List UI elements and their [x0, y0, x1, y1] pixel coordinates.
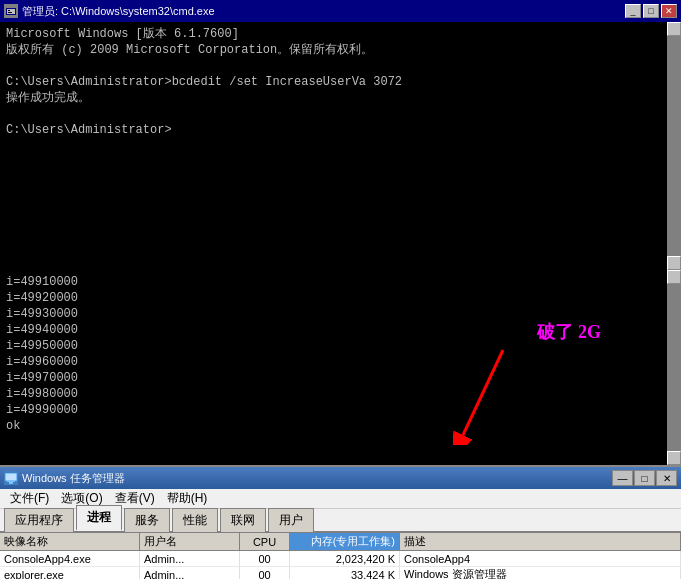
output-line-8: i=49980000: [6, 386, 675, 402]
tab-applications[interactable]: 应用程序: [4, 508, 74, 532]
svg-rect-4: [8, 12, 12, 13]
tab-network[interactable]: 联网: [220, 508, 266, 532]
taskmgr-process-table: 映像名称 用户名 CPU 内存(专用工作集) 描述 ConsoleApp4.ex…: [0, 533, 681, 579]
cmd-line-3: [6, 58, 675, 74]
red-arrow-icon: [453, 345, 513, 449]
taskmgr-icon: [4, 471, 18, 485]
cmd-scrollbar[interactable]: ▲ ▼: [667, 22, 681, 270]
output-scrollbar[interactable]: ▲ ▼: [667, 270, 681, 465]
process-mem-2: 33,424 K: [290, 567, 400, 579]
cmd-line-4: C:\Users\Administrator>bcdedit /set Incr…: [6, 74, 675, 90]
cmd-minimize-button[interactable]: _: [625, 4, 641, 18]
svg-rect-3: [8, 10, 10, 11]
table-header: 映像名称 用户名 CPU 内存(专用工作集) 描述: [0, 533, 681, 551]
col-header-memory[interactable]: 内存(专用工作集): [290, 533, 400, 550]
svg-rect-9: [6, 474, 16, 480]
cmd-line-1: Microsoft Windows [版本 6.1.7600]: [6, 26, 675, 42]
menu-help[interactable]: 帮助(H): [161, 489, 214, 508]
cmd-line-5: 操作成功完成。: [6, 90, 675, 106]
process-name-2: explorer.exe: [0, 567, 140, 579]
process-desc-1: ConsoleApp4: [400, 551, 681, 566]
cmd-close-button[interactable]: ✕: [661, 4, 677, 18]
tab-users[interactable]: 用户: [268, 508, 314, 532]
scroll-track[interactable]: [667, 36, 681, 256]
col-header-user[interactable]: 用户名: [140, 533, 240, 550]
scroll-up-arrow[interactable]: ▲: [667, 22, 681, 36]
tab-services[interactable]: 服务: [124, 508, 170, 532]
output-line-7: i=49970000: [6, 370, 675, 386]
output-line-ok: ok: [6, 418, 675, 434]
output-scroll-track[interactable]: [667, 284, 681, 451]
taskmgr-close-button[interactable]: ✕: [656, 470, 677, 486]
cmd-line-2: 版权所有 (c) 2009 Microsoft Corporation。保留所有…: [6, 42, 675, 58]
cmd-content: Microsoft Windows [版本 6.1.7600] 版权所有 (c)…: [0, 22, 681, 270]
output-scroll-up[interactable]: ▲: [667, 270, 681, 284]
cmd-window: 管理员: C:\Windows\system32\cmd.exe _ □ ✕ M…: [0, 0, 681, 270]
process-cpu-2: 00: [240, 567, 290, 579]
taskmgr-titlebar: Windows 任务管理器 — □ ✕: [0, 467, 681, 489]
taskmgr-minimize-button[interactable]: —: [612, 470, 633, 486]
taskmgr-buttons: — □ ✕: [612, 470, 677, 486]
taskmgr-title: Windows 任务管理器: [22, 471, 125, 486]
cmd-output-window: i=49910000 i=49920000 i=49930000 i=49940…: [0, 270, 681, 465]
taskmgr-titlebar-left: Windows 任务管理器: [4, 471, 125, 486]
tab-processes[interactable]: 进程: [76, 505, 122, 531]
taskmgr-restore-button[interactable]: □: [634, 470, 655, 486]
output-line-2: i=49920000: [6, 290, 675, 306]
col-header-desc[interactable]: 描述: [400, 533, 681, 550]
tab-performance[interactable]: 性能: [172, 508, 218, 532]
task-manager: Windows 任务管理器 — □ ✕ 文件(F) 选项(O) 查看(V) 帮助…: [0, 465, 681, 579]
taskmgr-tabs: 应用程序 进程 服务 性能 联网 用户: [0, 509, 681, 533]
output-line-6: i=49960000: [6, 354, 675, 370]
menu-file[interactable]: 文件(F): [4, 489, 55, 508]
process-desc-2: Windows 资源管理器: [400, 567, 681, 579]
annotation-2g: 破了 2G: [537, 320, 601, 344]
cmd-titlebar-left: 管理员: C:\Windows\system32\cmd.exe: [4, 4, 215, 19]
svg-rect-2: [7, 9, 15, 14]
cmd-titlebar-buttons: _ □ ✕: [625, 4, 677, 18]
cmd-icon: [4, 4, 18, 18]
svg-rect-10: [7, 481, 15, 482]
cmd-line-6: [6, 106, 675, 122]
col-header-name[interactable]: 映像名称: [0, 533, 140, 550]
process-cpu-1: 00: [240, 551, 290, 566]
process-mem-1: 2,023,420 K: [290, 551, 400, 566]
process-name-1: ConsoleApp4.exe: [0, 551, 140, 566]
svg-line-6: [463, 350, 503, 435]
table-row[interactable]: explorer.exe Admin... 00 33,424 K Window…: [0, 567, 681, 579]
output-line-1: i=49910000: [6, 274, 675, 290]
table-row[interactable]: ConsoleApp4.exe Admin... 00 2,023,420 K …: [0, 551, 681, 567]
process-user-2: Admin...: [140, 567, 240, 579]
output-line-9: i=49990000: [6, 402, 675, 418]
output-scroll-down[interactable]: ▼: [667, 451, 681, 465]
cmd-restore-button[interactable]: □: [643, 4, 659, 18]
scroll-down-arrow[interactable]: ▼: [667, 256, 681, 270]
cmd-titlebar: 管理员: C:\Windows\system32\cmd.exe _ □ ✕: [0, 0, 681, 22]
cmd-title: 管理员: C:\Windows\system32\cmd.exe: [22, 4, 215, 19]
svg-rect-11: [9, 482, 13, 484]
process-user-1: Admin...: [140, 551, 240, 566]
col-header-cpu[interactable]: CPU: [240, 533, 290, 550]
cmd-line-7: C:\Users\Administrator>: [6, 122, 675, 138]
